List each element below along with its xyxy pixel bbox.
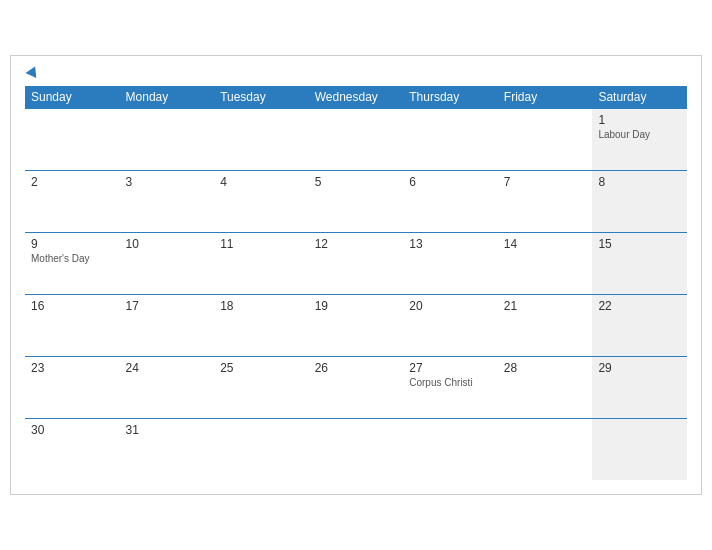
calendar-cell: 19 [309,294,404,356]
calendar-cell [592,418,687,480]
day-number: 22 [598,299,681,313]
calendar-cell: 20 [403,294,498,356]
day-number: 15 [598,237,681,251]
week-row-5: 2324252627Corpus Christi2829 [25,356,687,418]
calendar-body: 1Labour Day23456789Mother's Day101112131… [25,108,687,480]
calendar-container: SundayMondayTuesdayWednesdayThursdayFrid… [10,55,702,496]
logo [25,66,39,76]
day-header-tuesday: Tuesday [214,86,309,109]
calendar-cell: 17 [120,294,215,356]
calendar-cell: 6 [403,170,498,232]
calendar-cell: 31 [120,418,215,480]
calendar-cell: 15 [592,232,687,294]
day-number: 23 [31,361,114,375]
calendar-cell [25,108,120,170]
calendar-cell [498,418,593,480]
calendar-cell [309,418,404,480]
day-number: 3 [126,175,209,189]
day-number: 7 [504,175,587,189]
calendar-cell [498,108,593,170]
calendar-cell: 29 [592,356,687,418]
days-of-week-row: SundayMondayTuesdayWednesdayThursdayFrid… [25,86,687,109]
calendar-cell: 2 [25,170,120,232]
day-number: 18 [220,299,303,313]
holiday-label: Labour Day [598,129,681,140]
day-number: 6 [409,175,492,189]
calendar-cell: 10 [120,232,215,294]
day-number: 31 [126,423,209,437]
day-number: 20 [409,299,492,313]
week-row-4: 16171819202122 [25,294,687,356]
calendar-cell [309,108,404,170]
calendar-cell: 25 [214,356,309,418]
holiday-label: Mother's Day [31,253,114,264]
day-number: 10 [126,237,209,251]
calendar-header-row: SundayMondayTuesdayWednesdayThursdayFrid… [25,86,687,109]
day-number: 9 [31,237,114,251]
day-number: 26 [315,361,398,375]
calendar-cell: 1Labour Day [592,108,687,170]
calendar-cell: 30 [25,418,120,480]
week-row-2: 2345678 [25,170,687,232]
day-number: 30 [31,423,114,437]
week-row-3: 9Mother's Day101112131415 [25,232,687,294]
calendar-cell: 21 [498,294,593,356]
calendar-cell: 13 [403,232,498,294]
day-number: 27 [409,361,492,375]
calendar-cell: 9Mother's Day [25,232,120,294]
calendar-cell: 28 [498,356,593,418]
calendar-cell [214,418,309,480]
day-number: 12 [315,237,398,251]
calendar-cell: 8 [592,170,687,232]
day-number: 21 [504,299,587,313]
day-number: 13 [409,237,492,251]
calendar-cell [214,108,309,170]
calendar-cell: 3 [120,170,215,232]
day-header-monday: Monday [120,86,215,109]
day-number: 29 [598,361,681,375]
calendar-cell: 18 [214,294,309,356]
day-number: 1 [598,113,681,127]
calendar-cell: 11 [214,232,309,294]
calendar-cell [403,418,498,480]
calendar-cell: 22 [592,294,687,356]
day-number: 28 [504,361,587,375]
day-number: 5 [315,175,398,189]
day-number: 2 [31,175,114,189]
week-row-6: 3031 [25,418,687,480]
calendar-cell [403,108,498,170]
calendar-cell: 26 [309,356,404,418]
holiday-label: Corpus Christi [409,377,492,388]
day-number: 25 [220,361,303,375]
day-number: 19 [315,299,398,313]
day-header-friday: Friday [498,86,593,109]
calendar-header [25,66,687,76]
day-number: 16 [31,299,114,313]
week-row-1: 1Labour Day [25,108,687,170]
day-number: 11 [220,237,303,251]
day-header-wednesday: Wednesday [309,86,404,109]
calendar-cell [120,108,215,170]
calendar-cell: 4 [214,170,309,232]
calendar-cell: 23 [25,356,120,418]
calendar-cell: 12 [309,232,404,294]
calendar-cell: 7 [498,170,593,232]
day-number: 4 [220,175,303,189]
logo-triangle-icon [25,64,40,78]
day-header-sunday: Sunday [25,86,120,109]
calendar-cell: 16 [25,294,120,356]
day-header-saturday: Saturday [592,86,687,109]
day-number: 14 [504,237,587,251]
calendar-cell: 27Corpus Christi [403,356,498,418]
calendar-cell: 24 [120,356,215,418]
day-number: 17 [126,299,209,313]
calendar-table: SundayMondayTuesdayWednesdayThursdayFrid… [25,86,687,481]
calendar-cell: 14 [498,232,593,294]
day-number: 8 [598,175,681,189]
calendar-cell: 5 [309,170,404,232]
day-header-thursday: Thursday [403,86,498,109]
day-number: 24 [126,361,209,375]
